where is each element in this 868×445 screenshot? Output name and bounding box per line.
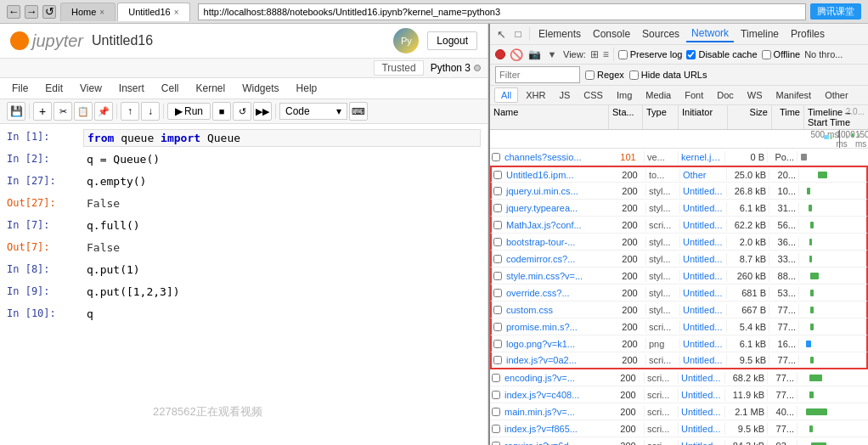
cut-cell-button[interactable]: ✂ xyxy=(54,102,72,121)
filter-button[interactable]: ▼ xyxy=(545,48,559,61)
row-name[interactable]: index.js?v=f865... xyxy=(502,423,612,435)
menu-help[interactable]: Help xyxy=(288,80,326,97)
cell-9[interactable]: In [9]: q.put([1,2,3]) xyxy=(0,282,488,304)
table-row[interactable]: MathJax.js?conf...200scri...Untitled...6… xyxy=(490,217,868,234)
row-name[interactable]: channels?sessio... xyxy=(502,151,612,163)
nav-back-btn[interactable]: ← xyxy=(7,5,20,19)
trusted-badge[interactable]: Trusted xyxy=(374,60,423,76)
interrupt-button[interactable]: ■ xyxy=(212,102,231,121)
cell-2-content[interactable]: q = Queue() xyxy=(83,151,481,167)
tab-active-close[interactable]: × xyxy=(174,8,179,17)
row-name[interactable]: encoding.js?v=... xyxy=(502,372,612,384)
offline-checkbox[interactable] xyxy=(762,50,771,59)
menu-view[interactable]: View xyxy=(71,80,110,97)
row-name[interactable]: require.js?v=6d... xyxy=(502,440,612,446)
hide-data-urls-checkbox[interactable] xyxy=(629,70,639,80)
menu-widgets[interactable]: Widgets xyxy=(234,80,287,97)
table-row[interactable]: encoding.js?v=...200scri...Untitled...68… xyxy=(490,369,868,386)
preserve-log-checkbox[interactable] xyxy=(618,50,628,59)
menu-file[interactable]: File xyxy=(3,80,37,97)
row-name[interactable]: jquery.typearea... xyxy=(504,202,614,214)
cell-type-select[interactable]: Code ▾ xyxy=(279,103,347,120)
net-tab-media[interactable]: Media xyxy=(640,88,677,102)
table-row[interactable]: logo.png?v=k1...200pngUntitled...6.1 kB1… xyxy=(490,335,868,352)
row-name[interactable]: custom.css xyxy=(504,304,614,316)
table-row[interactable]: bootstrap-tour-...200styl...Untitled...2… xyxy=(490,234,868,251)
net-tab-ws[interactable]: WS xyxy=(741,88,769,102)
net-tab-manifest[interactable]: Manifest xyxy=(770,88,818,102)
copy-cell-button[interactable]: 📋 xyxy=(74,102,93,121)
cell-27-content[interactable]: q.empty() xyxy=(83,173,481,189)
net-tab-all[interactable]: All xyxy=(494,87,518,103)
disable-cache-checkbox[interactable] xyxy=(686,50,696,59)
menu-insert[interactable]: Insert xyxy=(110,80,153,97)
table-row[interactable]: style.min.css?v=...200styl...Untitled...… xyxy=(490,268,868,284)
row-name[interactable]: promise.min.s?... xyxy=(504,321,614,333)
row-name[interactable]: bootstrap-tour-... xyxy=(504,236,614,248)
table-row[interactable]: override.css?...200styl...Untitled...681… xyxy=(490,284,868,301)
row-name[interactable]: Untitled16.ipm... xyxy=(504,169,614,181)
col-header-time[interactable]: Time xyxy=(772,105,804,129)
net-tab-doc[interactable]: Doc xyxy=(711,88,740,102)
cell-9-content[interactable]: q.put([1,2,3]) xyxy=(83,284,481,300)
table-row[interactable]: codemirror.cs?...200styl...Untitled...8.… xyxy=(490,251,868,268)
filter-input[interactable] xyxy=(495,66,580,83)
tab-active[interactable]: Untitled16 × xyxy=(117,3,189,21)
row-name[interactable]: index.js?v=c408... xyxy=(502,389,612,401)
row-name[interactable]: index.js?v=0a2... xyxy=(504,354,614,366)
net-tab-other[interactable]: Other xyxy=(819,88,854,102)
row-name[interactable]: style.min.css?v=... xyxy=(504,270,614,282)
table-row[interactable]: index.js?v=0a2...200scri...Untitled...9.… xyxy=(490,352,868,369)
regex-label[interactable]: Regex xyxy=(585,70,624,80)
table-row[interactable]: jquery.ui.min.cs...200styl...Untitled...… xyxy=(490,183,868,200)
panel-timeline[interactable]: Timeline xyxy=(736,26,784,42)
panel-network[interactable]: Network xyxy=(686,25,734,42)
hide-data-urls-label[interactable]: Hide data URLs xyxy=(629,70,707,80)
row-name[interactable]: MathJax.js?conf... xyxy=(504,219,614,231)
cell-7-content[interactable]: q.full() xyxy=(83,217,481,234)
notebook-title[interactable]: Untitled16 xyxy=(92,33,153,48)
table-row[interactable]: index.js?v=c408...200scri...Untitled...1… xyxy=(490,386,868,403)
table-row[interactable]: promise.min.s?...200scri...Untitled...5.… xyxy=(490,318,868,335)
offline-label[interactable]: Offline xyxy=(762,49,801,59)
cell-7[interactable]: In [7]: q.full() xyxy=(0,216,488,238)
table-row[interactable]: Untitled16.ipm...200to...Other25.0 kB20.… xyxy=(490,166,868,183)
save-button[interactable]: 💾 xyxy=(7,102,25,121)
table-row[interactable]: main.min.js?v=...200scri...Untitled...2.… xyxy=(490,403,868,420)
clear-button[interactable]: 🚫 xyxy=(510,48,523,61)
run-button[interactable]: ▶ Run xyxy=(167,103,211,120)
record-button[interactable] xyxy=(495,49,505,59)
table-row[interactable]: custom.css200styl...Untitled...667 B77..… xyxy=(490,301,868,318)
restart-run-button[interactable]: ▶▶ xyxy=(253,102,272,121)
restart-button[interactable]: ↺ xyxy=(233,102,251,121)
panel-sources[interactable]: Sources xyxy=(637,26,685,42)
preserve-log-label[interactable]: Preserve log xyxy=(618,49,683,59)
view-grid-icon[interactable]: ⊞ xyxy=(590,48,599,60)
tab-home-close[interactable]: × xyxy=(99,8,104,17)
net-tab-img[interactable]: Img xyxy=(611,88,638,102)
net-tab-xhr[interactable]: XHR xyxy=(520,88,551,102)
col-header-initiator[interactable]: Initiator xyxy=(679,105,728,129)
regex-checkbox[interactable] xyxy=(585,70,595,80)
camera-button[interactable]: 📷 xyxy=(527,48,541,61)
net-tab-font[interactable]: Font xyxy=(679,88,709,102)
panel-profiles[interactable]: Profiles xyxy=(786,26,830,42)
devtools-inspect-icon[interactable]: □ xyxy=(510,26,526,42)
tab-home[interactable]: Home × xyxy=(60,3,116,21)
cell-1-content[interactable]: from queue import Queue xyxy=(83,129,481,147)
view-list-icon[interactable]: ≡ xyxy=(603,48,609,60)
nav-reload-btn[interactable]: ↺ xyxy=(42,5,56,19)
cell-27[interactable]: In [27]: q.empty() xyxy=(0,172,488,194)
cell-10-content[interactable]: q xyxy=(83,306,481,322)
net-tab-js[interactable]: JS xyxy=(553,88,576,102)
move-down-button[interactable]: ↓ xyxy=(141,102,160,121)
row-name[interactable]: override.css?... xyxy=(504,287,614,299)
nav-forward-btn[interactable]: → xyxy=(25,5,38,19)
row-name[interactable]: codemirror.cs?... xyxy=(504,253,614,265)
col-header-size[interactable]: Size xyxy=(728,105,772,129)
table-row[interactable]: channels?sessio...101ve...kernel.js...0 … xyxy=(490,149,868,166)
table-row[interactable]: require.js?v=6d...200scri...Untitled...8… xyxy=(490,437,868,445)
col-header-type[interactable]: Type xyxy=(643,105,679,129)
cell-1[interactable]: In [1]: from queue import Queue xyxy=(0,127,488,149)
keyboard-shortcut-button[interactable]: ⌨ xyxy=(349,102,368,121)
